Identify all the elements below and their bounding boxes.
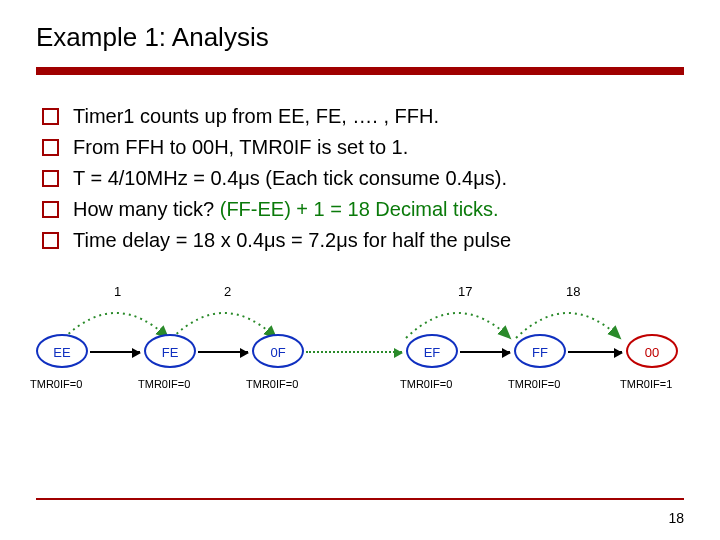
bullet-list: Timer1 counts up from EE, FE, …. , FFH. …: [36, 101, 684, 256]
bullet-text: From FFH to 00H, TMR0IF is set to 1.: [73, 132, 684, 163]
state-node: 0F: [252, 334, 304, 368]
arrow-solid: [568, 351, 622, 353]
list-item: How many tick? (FF-EE) + 1 = 18 Decimal …: [42, 194, 684, 225]
list-item: T = 4/10MHz = 0.4μs (Each tick consume 0…: [42, 163, 684, 194]
checkbox-icon: [42, 139, 59, 156]
hop-label: 17: [458, 284, 472, 299]
arrow-solid: [90, 351, 140, 353]
footer-rule: [36, 498, 684, 500]
state-node: EF: [406, 334, 458, 368]
timer-diagram: 1 2 17 18 EE FE 0F EF FF 00 TMR0IF=0: [36, 284, 686, 434]
flag-label: TMR0IF=0: [508, 378, 560, 390]
page-number: 18: [668, 510, 684, 526]
flag-label: TMR0IF=1: [620, 378, 672, 390]
state-node-final: 00: [626, 334, 678, 368]
arrow-solid: [198, 351, 248, 353]
hop-label: 1: [114, 284, 121, 299]
flag-label: TMR0IF=0: [30, 378, 82, 390]
bullet-text-highlight: (FF-EE) + 1 = 18 Decimal ticks.: [220, 198, 499, 220]
title-rule: [36, 67, 684, 75]
checkbox-icon: [42, 170, 59, 187]
checkbox-icon: [42, 232, 59, 249]
bullet-text-part: How many tick?: [73, 198, 220, 220]
arrow-dotted: [306, 351, 402, 353]
bullet-text: T = 4/10MHz = 0.4μs (Each tick consume 0…: [73, 163, 684, 194]
checkbox-icon: [42, 108, 59, 125]
slide-title: Example 1: Analysis: [36, 22, 684, 53]
list-item: From FFH to 00H, TMR0IF is set to 1.: [42, 132, 684, 163]
checkbox-icon: [42, 201, 59, 218]
list-item: Time delay = 18 x 0.4μs = 7.2μs for half…: [42, 225, 684, 256]
bullet-text: Time delay = 18 x 0.4μs = 7.2μs for half…: [73, 225, 684, 256]
bullet-text: Timer1 counts up from EE, FE, …. , FFH.: [73, 101, 684, 132]
flag-label: TMR0IF=0: [246, 378, 298, 390]
state-node: FE: [144, 334, 196, 368]
hop-label: 18: [566, 284, 580, 299]
flag-label: TMR0IF=0: [138, 378, 190, 390]
bullet-text: How many tick? (FF-EE) + 1 = 18 Decimal …: [73, 194, 684, 225]
state-node: EE: [36, 334, 88, 368]
flag-label: TMR0IF=0: [400, 378, 452, 390]
hop-label: 2: [224, 284, 231, 299]
arrow-solid: [460, 351, 510, 353]
state-node: FF: [514, 334, 566, 368]
list-item: Timer1 counts up from EE, FE, …. , FFH.: [42, 101, 684, 132]
